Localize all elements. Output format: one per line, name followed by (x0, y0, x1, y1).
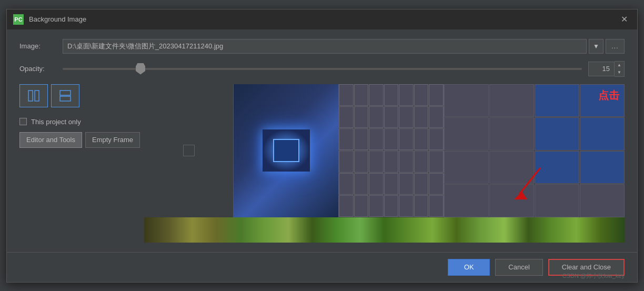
project-only-checkbox[interactable] (19, 118, 27, 125)
svg-rect-0 (28, 91, 33, 101)
opacity-spinner: ▲ ▼ (615, 61, 625, 77)
preview-tiles-container: 点击 (144, 84, 625, 217)
dialog-content: Image: ▼ ... Opacity: ▲ (7, 29, 637, 252)
app-icon: PC (13, 14, 24, 25)
opacity-row: Opacity: ▲ ▼ (19, 61, 625, 77)
preview-tile-partial (444, 84, 625, 217)
project-only-row: This project only (19, 118, 140, 126)
opacity-increment-button[interactable]: ▲ (615, 62, 624, 69)
layout-split-horizontal-button[interactable] (51, 84, 79, 107)
plain-square-icon (183, 145, 195, 156)
glow-square-outer (263, 129, 310, 172)
project-only-label: This project only (31, 118, 81, 126)
grid-pattern (339, 84, 444, 217)
svg-rect-1 (35, 91, 39, 101)
image-browse-button[interactable]: ... (606, 39, 625, 54)
background-image-dialog: PC Background Image ✕ Image: ▼ ... Opaci… (6, 9, 638, 283)
preview-tile-grid (339, 84, 444, 217)
dialog-title: Background Image (29, 15, 612, 23)
image-path-container: ▼ ... (63, 39, 625, 54)
opacity-slider-thumb[interactable] (136, 63, 145, 75)
svg-rect-2 (60, 91, 71, 95)
partial-grid (444, 84, 625, 217)
tab-row: Editor and Tools Empty Frame (19, 132, 140, 148)
glow-square-inner (273, 139, 299, 162)
opacity-label: Opacity: (19, 65, 56, 73)
bottom-bar: OK Cancel Clear and Close CSDN @帅小伙low_k… (7, 252, 637, 282)
ok-button[interactable]: OK (448, 259, 490, 276)
preview-tile-plain (144, 84, 234, 217)
tab-empty-frame[interactable]: Empty Frame (85, 132, 140, 148)
image-row: Image: ▼ ... (19, 39, 625, 54)
preview-section: This project only Editor and Tools Empty… (19, 84, 625, 243)
image-path-input[interactable] (63, 39, 587, 54)
layout-split-vertical-button[interactable] (19, 84, 48, 107)
opacity-value-container: ▲ ▼ (588, 61, 625, 77)
preview-left-controls: This project only Editor and Tools Empty… (19, 84, 144, 243)
close-button[interactable]: ✕ (618, 13, 631, 25)
opacity-slider-container (63, 64, 582, 74)
image-label: Image: (19, 42, 56, 50)
tab-editor-and-tools[interactable]: Editor and Tools (19, 132, 82, 148)
opacity-decrement-button[interactable]: ▼ (615, 69, 624, 76)
svg-rect-3 (60, 96, 71, 101)
watermark: CSDN @帅小伙low_key (562, 272, 625, 280)
preview-tile-glow (234, 84, 339, 217)
image-dropdown-button[interactable]: ▼ (589, 39, 603, 54)
layout-options (19, 84, 140, 107)
title-bar: PC Background Image ✕ (7, 9, 637, 29)
preview-main: 点击 (144, 84, 625, 243)
opacity-value-input[interactable] (588, 62, 615, 76)
cancel-button[interactable]: Cancel (495, 259, 542, 276)
image-preview-strip (144, 217, 625, 243)
